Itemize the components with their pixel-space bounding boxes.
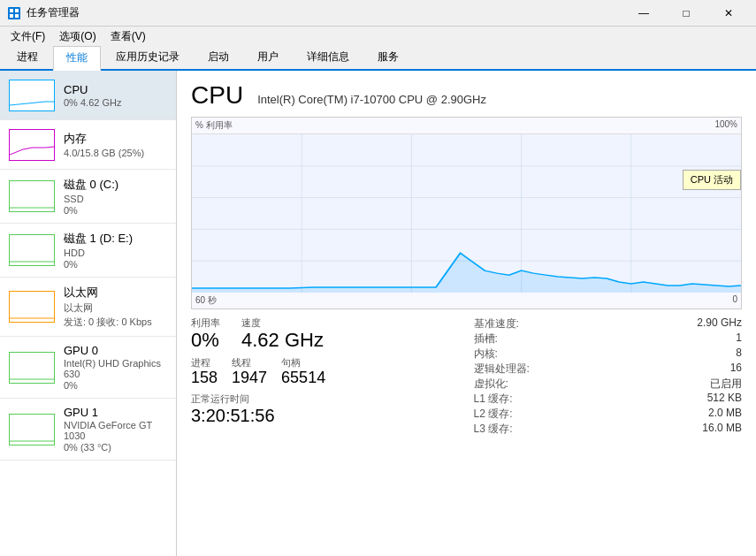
mem-thumbnail [9,129,55,161]
virtual-value: 已启用 [710,377,742,392]
uptime-label: 正常运行时间 [191,392,460,406]
cpu-graph-svg [192,134,741,293]
gpu0-sub1: Intel(R) UHD Graphics 630 [64,358,167,379]
device-item-cpu[interactable]: CPU 0% 4.62 GHz [0,71,176,120]
cpu-title: CPU [191,81,243,110]
thread-value: 1947 [232,369,267,387]
tab-performance[interactable]: 性能 [53,46,101,71]
gpu1-info: GPU 1 NVIDIA GeForce GT 1030 0% (33 °C) [64,406,167,453]
net-name: 以太网 [64,285,167,301]
gpu1-name: GPU 1 [64,406,167,419]
tab-services[interactable]: 服务 [364,45,412,69]
graph-x-max: 0 [732,294,737,307]
disk0-sub2: 0% [64,205,167,216]
window-title: 任务管理器 [27,5,80,20]
svg-rect-1 [10,9,13,12]
base-speed-value: 2.90 GHz [697,316,742,331]
tab-bar: 进程 性能 应用历史记录 启动 用户 详细信息 服务 [0,46,756,71]
gpu0-name: GPU 0 [64,344,167,357]
device-item-gpu0[interactable]: GPU 0 Intel(R) UHD Graphics 630 0% [0,337,176,399]
maximize-button[interactable]: □ [666,4,706,23]
menu-view[interactable]: 查看(V) [103,27,153,46]
tab-users[interactable]: 用户 [244,45,292,69]
cpu-model: Intel(R) Core(TM) i7-10700 CPU @ 2.90GHz [257,93,486,106]
stat-uptime: 正常运行时间 3:20:51:56 [191,392,460,425]
net-sub1: 以太网 [64,301,167,315]
device-item-ethernet[interactable]: 以太网 以太网 发送: 0 接收: 0 Kbps [0,278,176,337]
l3-label: L3 缓存: [474,422,513,437]
l1-row: L1 缓存: 512 KB [474,392,743,407]
tab-startup[interactable]: 启动 [195,45,242,69]
cores-label: 内核: [474,347,498,362]
close-button[interactable]: ✕ [708,4,749,23]
handle-value: 65514 [281,369,325,387]
main-content: CPU 0% 4.62 GHz 内存 4.0/15.8 GB (25%) [0,71,756,556]
gpu0-thumbnail [9,352,55,384]
stat-thread: 线程 1947 [232,356,267,387]
base-speed-label: 基准速度: [474,316,519,331]
l2-row: L2 缓存: 2.0 MB [474,407,743,422]
right-panel: CPU Intel(R) Core(TM) i7-10700 CPU @ 2.9… [177,71,756,556]
left-panel: CPU 0% 4.62 GHz 内存 4.0/15.8 GB (25%) [0,71,177,556]
menu-bar: 文件(F) 选项(O) 查看(V) [0,27,756,46]
virtual-label: 虚拟化: [474,377,508,392]
process-label: 进程 [191,356,218,369]
tab-app-history[interactable]: 应用历史记录 [103,45,193,69]
base-speed-row: 基准速度: 2.90 GHz [474,316,743,331]
menu-options[interactable]: 选项(O) [52,27,103,46]
sockets-label: 插槽: [474,331,498,347]
cores-value: 8 [736,347,742,362]
disk0-sub1: SSD [64,194,167,204]
stats-area: 利用率 0% 速度 4.62 GHz 进程 158 线程 194 [191,316,742,437]
gpu1-sub1: NVIDIA GeForce GT 1030 [64,420,167,441]
disk1-thumbnail [9,234,55,266]
sockets-value: 1 [736,331,742,347]
device-item-gpu1[interactable]: GPU 1 NVIDIA GeForce GT 1030 0% (33 °C) [0,399,176,461]
cpu-graph-container: % 利用率 100% [191,117,742,309]
l1-label: L1 缓存: [474,392,513,407]
window-controls: — □ ✕ [623,4,749,23]
stats-right: 基准速度: 2.90 GHz 插槽: 1 内核: 8 逻辑处理器: 16 虚拟化… [474,316,743,437]
gpu0-sub2: 0% [64,380,167,391]
svg-marker-13 [192,253,741,293]
cpu-thumbnail [9,80,55,111]
cores-row: 内核: 8 [474,347,743,362]
speed-value: 4.62 GHz [241,330,324,351]
virtual-row: 虚拟化: 已启用 [474,377,743,392]
gpu0-info: GPU 0 Intel(R) UHD Graphics 630 0% [64,344,167,391]
disk0-thumbnail [9,180,55,212]
menu-file[interactable]: 文件(F) [4,27,52,46]
tab-details[interactable]: 详细信息 [294,45,363,69]
graph-area: CPU 活动 [192,133,741,293]
l1-value: 512 KB [707,392,742,407]
mem-name: 内存 [64,131,167,147]
stat-handle: 句柄 65514 [281,356,325,387]
disk1-sub1: HDD [64,248,167,258]
minimize-button[interactable]: — [623,4,664,23]
device-item-memory[interactable]: 内存 4.0/15.8 GB (25%) [0,120,176,170]
disk1-name: 磁盘 1 (D: E:) [64,231,167,247]
device-item-disk1[interactable]: 磁盘 1 (D: E:) HDD 0% [0,224,176,278]
disk1-sub2: 0% [64,259,167,270]
device-item-disk0[interactable]: 磁盘 0 (C:) SSD 0% [0,170,176,224]
handle-label: 句柄 [281,356,325,369]
cpu-info: CPU 0% 4.62 GHz [64,83,167,108]
l3-value: 16.0 MB [702,422,742,437]
gpu1-thumbnail [9,414,55,446]
svg-rect-2 [15,9,19,12]
app-icon [7,6,21,20]
net-sub2: 发送: 0 接收: 0 Kbps [64,316,167,329]
uptime-value: 3:20:51:56 [191,406,460,425]
svg-rect-4 [15,14,19,18]
gpu1-sub2: 0% (33 °C) [64,442,167,453]
graph-x-min: 60 秒 [195,294,217,307]
logical-label: 逻辑处理器: [474,362,530,377]
cpu-name: CPU [64,83,167,96]
svg-rect-3 [10,14,13,18]
logical-value: 16 [730,362,742,377]
graph-y-max: 100% [714,119,737,132]
logical-row: 逻辑处理器: 16 [474,362,743,377]
cpu-header: CPU Intel(R) Core(TM) i7-10700 CPU @ 2.9… [191,81,742,110]
graph-labels-top: % 利用率 100% [192,118,741,133]
tab-process[interactable]: 进程 [4,45,51,69]
